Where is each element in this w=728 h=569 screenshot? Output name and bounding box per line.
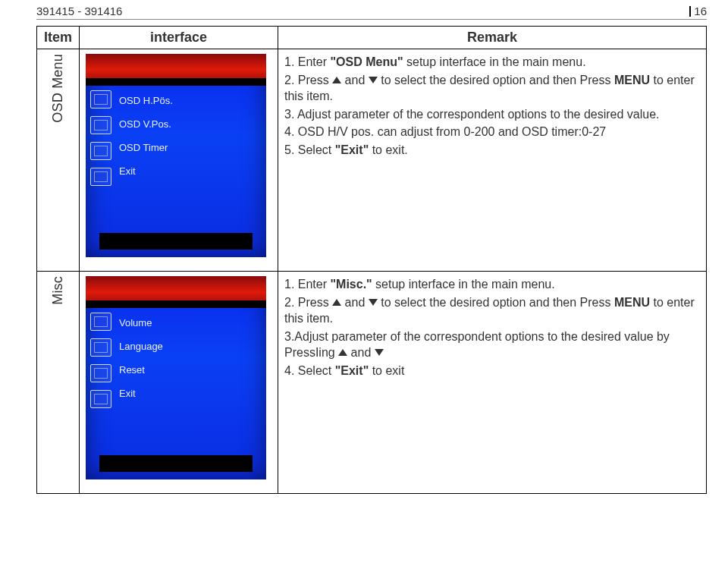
remark-line: 3. Adjust parameter of the correspondent… xyxy=(284,106,700,123)
osd-screenshot: Volume Language Reset Exit xyxy=(86,276,266,479)
osd-sidebar-icon xyxy=(90,364,111,382)
remark-line: 3.Adjust parameter of the correspondent … xyxy=(284,329,700,361)
osd-sidebar-icon xyxy=(90,116,111,134)
osd-sidebar-icon xyxy=(90,142,111,160)
osd-sidebar-icon xyxy=(90,338,111,357)
osd-sidebar-icon xyxy=(90,390,111,408)
remark-line: 4. OSD H/V pos. can adjust from 0-200 an… xyxy=(284,124,700,140)
manual-table: Item interface Remark OSD Menu xyxy=(36,26,707,494)
item-label: OSD Menu xyxy=(50,54,66,199)
down-arrow-icon xyxy=(375,349,384,356)
osd-item: Exit xyxy=(119,388,260,399)
up-arrow-icon xyxy=(332,299,341,306)
remark-line: 1. Enter "OSD Menu" setup interface in t… xyxy=(284,54,700,71)
osd-sidebar-icon xyxy=(90,90,111,108)
down-arrow-icon xyxy=(369,77,378,83)
osd-item: Exit xyxy=(119,165,260,177)
osd-sidebar xyxy=(90,90,113,236)
remark-line: 1. Enter "Misc." setup interface in the … xyxy=(284,276,700,293)
page-header: 391415 - 391416 16 xyxy=(36,5,707,20)
doc-range: 391415 - 391416 xyxy=(36,5,122,17)
osd-item: Language xyxy=(119,341,260,352)
osd-bottom-bar xyxy=(99,233,253,250)
page-number: 16 xyxy=(689,5,707,17)
table-header-row: Item interface Remark xyxy=(37,27,707,49)
remark-cell: 1. Enter "OSD Menu" setup interface in t… xyxy=(278,49,707,272)
up-arrow-icon xyxy=(332,77,341,83)
interface-cell: OSD H.Pös. OSD V.Pos. OSD Timer Exit xyxy=(80,49,278,272)
remark-line: 2. Press and to select the desired optio… xyxy=(284,72,700,105)
col-remark: Remark xyxy=(278,27,707,49)
remark-cell: 1. Enter "Misc." setup interface in the … xyxy=(278,272,707,494)
osd-sidebar xyxy=(90,313,113,458)
up-arrow-icon xyxy=(338,349,347,356)
osd-screenshot: OSD H.Pös. OSD V.Pos. OSD Timer Exit xyxy=(86,54,266,257)
item-label: Misc xyxy=(50,276,66,404)
remark-line: 2. Press and to select the desired optio… xyxy=(284,294,700,327)
osd-item: OSD H.Pös. xyxy=(119,95,260,106)
osd-item: OSD Timer xyxy=(119,142,260,153)
osd-sidebar-icon xyxy=(90,168,111,186)
remark-line: 5. Select "Exit" to exit. xyxy=(284,142,700,159)
osd-top-band xyxy=(86,54,266,86)
col-interface: interface xyxy=(80,27,278,49)
osd-sidebar-icon xyxy=(90,313,111,331)
osd-item: Volume xyxy=(119,317,260,329)
osd-top-band xyxy=(86,276,266,308)
item-cell: OSD Menu xyxy=(37,49,80,272)
item-cell: Misc xyxy=(37,272,80,494)
osd-items: OSD H.Pös. OSD V.Pos. OSD Timer Exit xyxy=(119,95,260,177)
remark-line: 4. Select "Exit" to exit xyxy=(284,363,700,379)
col-item: Item xyxy=(37,27,80,49)
osd-item: OSD V.Pos. xyxy=(119,118,260,130)
table-row: Misc Volume Language Reset Exit xyxy=(37,272,707,494)
osd-bottom-bar xyxy=(99,455,253,472)
table-row: OSD Menu OSD H.Pös. OSD V.Pos. OSD Timer xyxy=(37,49,707,272)
interface-cell: Volume Language Reset Exit xyxy=(80,272,278,494)
osd-item: Reset xyxy=(119,364,260,376)
down-arrow-icon xyxy=(369,299,378,306)
osd-items: Volume Language Reset Exit xyxy=(119,317,260,399)
